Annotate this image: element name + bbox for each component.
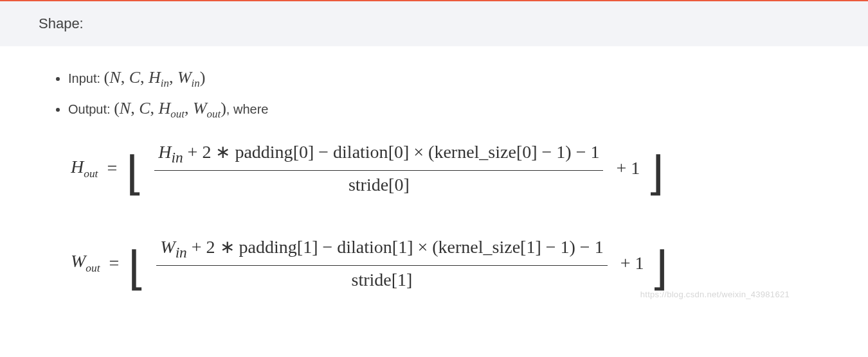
content-area: Input: (N, C, Hin, Win) Output: (N, C, H…: [0, 46, 868, 300]
formula-w-block: Wout = ⌊ Win + 2 ∗ padding[1] − dilation…: [71, 235, 797, 300]
list-item-input: Input: (N, C, Hin, Win): [68, 68, 829, 90]
formula-h-denominator: stride[0]: [154, 170, 603, 196]
formula-w-fraction: Win + 2 ∗ padding[1] − dilation[1] × (ke…: [152, 235, 611, 292]
input-tuple: (N, C, Hin, Win): [104, 68, 206, 87]
formula-w-denominator: stride[1]: [156, 265, 607, 292]
floor-right-icon: ⌋: [646, 156, 664, 193]
floor-left-icon: ⌊: [126, 156, 144, 193]
equals-sign: =: [107, 253, 122, 274]
watermark: https://blog.csdn.net/weixin_43981621: [640, 290, 790, 299]
formula-w-lhs: Wout: [71, 251, 100, 275]
header-title: Shape:: [39, 15, 84, 31]
formula-h-lhs: Hout: [71, 157, 98, 180]
list-item-output: Output: (N, C, Hout, Wout), where: [68, 99, 829, 121]
formula-w-tail: + 1: [618, 253, 644, 274]
formula-w: Wout = ⌊ Win + 2 ∗ padding[1] − dilation…: [71, 235, 797, 292]
formula-h-scroll[interactable]: Hout = ⌊ Hin + 2 ∗ padding[0] − dilation…: [71, 140, 797, 205]
where-label: , where: [226, 102, 269, 116]
floor-right-icon: ⌋: [650, 251, 668, 288]
formula-w-numerator: Win + 2 ∗ padding[1] − dilation[1] × (ke…: [156, 235, 607, 265]
equals-sign: =: [104, 158, 120, 178]
output-tuple: (N, C, Hout, Wout): [114, 99, 226, 118]
formula-h-block: Hout = ⌊ Hin + 2 ∗ padding[0] − dilation…: [71, 140, 797, 205]
formula-h-fraction: Hin + 2 ∗ padding[0] − dilation[0] × (ke…: [150, 140, 607, 196]
formula-h: Hout = ⌊ Hin + 2 ∗ padding[0] − dilation…: [71, 140, 797, 196]
output-label: Output:: [68, 102, 111, 116]
section-header: Shape:: [0, 1, 868, 46]
input-label: Input:: [68, 71, 100, 85]
formula-h-numerator: Hin + 2 ∗ padding[0] − dilation[0] × (ke…: [154, 140, 603, 170]
floor-left-icon: ⌊: [128, 251, 146, 288]
shape-list: Input: (N, C, Hin, Win) Output: (N, C, H…: [39, 68, 829, 121]
formula-h-tail: + 1: [613, 158, 640, 178]
